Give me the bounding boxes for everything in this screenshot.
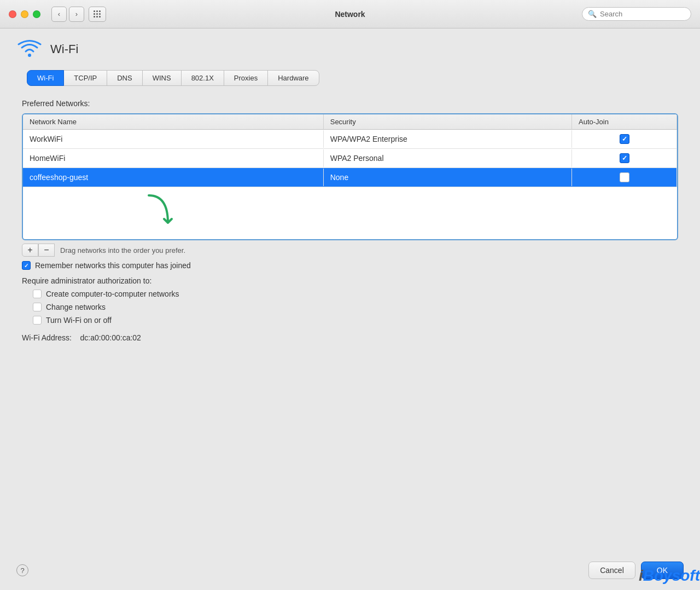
remember-networks-row: Remember networks this computer has join… xyxy=(22,261,678,270)
back-button[interactable]: ‹ xyxy=(51,7,67,22)
watermark: iBoysoft xyxy=(639,567,700,585)
watermark-prefix: i xyxy=(639,567,643,584)
grid-view-button[interactable] xyxy=(89,7,106,22)
network-name-cell: coffeeshop-guest xyxy=(23,169,324,186)
drag-hint: Drag networks into the order you prefer. xyxy=(60,246,185,254)
wifi-address-label: Wi-Fi Address: xyxy=(22,333,72,342)
network-name-cell: HomeWiFi xyxy=(23,149,324,167)
search-icon: 🔍 xyxy=(588,10,597,18)
svg-point-0 xyxy=(28,54,31,57)
col-header-autojoin: Auto-Join xyxy=(572,114,677,129)
security-cell: WPA/WPA2 Enterprise xyxy=(324,130,572,148)
table-row[interactable]: coffeeshop-guest None xyxy=(23,168,677,187)
tab-wins[interactable]: WINS xyxy=(142,70,182,86)
table-controls: + − Drag networks into the order you pre… xyxy=(22,244,678,257)
preferred-networks-label: Preferred Networks: xyxy=(22,99,684,108)
remember-networks-label: Remember networks this computer has join… xyxy=(35,261,191,270)
tab-wifi[interactable]: Wi-Fi xyxy=(27,70,64,86)
autojoin-checkbox-checked[interactable] xyxy=(620,134,629,144)
table-body: WorkWiFi WPA/WPA2 Enterprise HomeWiFi WP… xyxy=(23,130,677,239)
remember-networks-checkbox[interactable] xyxy=(22,261,31,270)
create-network-label: Create computer-to-computer networks xyxy=(46,290,179,298)
window-title: Network xyxy=(335,10,365,19)
cancel-button[interactable]: Cancel xyxy=(588,562,635,579)
turn-wifi-checkbox[interactable] xyxy=(33,316,42,325)
admin-option-row: Turn Wi-Fi on or off xyxy=(33,316,678,325)
networks-table: Network Name Security Auto-Join WorkWiFi… xyxy=(22,113,678,240)
tab-bar: Wi-Fi TCP/IP DNS WINS 802.1X Proxies Har… xyxy=(27,70,684,86)
turn-wifi-label: Turn Wi-Fi on or off xyxy=(46,316,112,325)
change-networks-label: Change networks xyxy=(46,303,106,311)
change-networks-checkbox[interactable] xyxy=(33,303,42,311)
help-button[interactable]: ? xyxy=(16,564,28,576)
require-admin-label: Require administrator authorization to: xyxy=(22,276,678,285)
bottom-bar: ? Cancel OK xyxy=(0,562,700,579)
security-cell: WPA2 Personal xyxy=(324,149,572,167)
drag-arrow xyxy=(143,193,176,231)
admin-option-row: Create computer-to-computer networks xyxy=(33,290,678,298)
tab-8021x[interactable]: 802.1X xyxy=(181,70,224,86)
autojoin-cell xyxy=(572,130,677,148)
wifi-title: Wi-Fi xyxy=(50,42,78,56)
tab-tcpip[interactable]: TCP/IP xyxy=(63,70,107,86)
titlebar: ‹ › Network 🔍 xyxy=(0,0,700,28)
fullscreen-button[interactable] xyxy=(33,10,40,18)
autojoin-cell xyxy=(572,168,677,187)
table-row[interactable]: HomeWiFi WPA2 Personal xyxy=(23,149,677,168)
search-input[interactable] xyxy=(600,10,685,18)
add-network-button[interactable]: + xyxy=(22,244,38,257)
wifi-address-value: dc:a0:00:00:ca:02 xyxy=(80,333,141,342)
grid-icon xyxy=(94,10,101,18)
traffic-lights xyxy=(9,10,40,18)
watermark-suffix: Boysoft xyxy=(643,567,700,584)
autojoin-checkbox-empty[interactable] xyxy=(620,172,629,182)
remove-network-button[interactable]: − xyxy=(38,244,55,257)
table-row[interactable]: WorkWiFi WPA/WPA2 Enterprise xyxy=(23,130,677,149)
table-header: Network Name Security Auto-Join xyxy=(23,114,677,130)
security-cell: None xyxy=(324,169,572,186)
wifi-icon xyxy=(16,39,43,59)
minimize-button[interactable] xyxy=(21,10,28,18)
wifi-header: Wi-Fi xyxy=(16,39,684,59)
main-content: Wi-Fi Wi-Fi TCP/IP DNS WINS 802.1X Proxi… xyxy=(0,28,700,590)
network-name-cell: WorkWiFi xyxy=(23,130,324,148)
search-box: 🔍 xyxy=(582,7,691,21)
tab-dns[interactable]: DNS xyxy=(107,70,142,86)
wifi-address-row: Wi-Fi Address: dc:a0:00:00:ca:02 xyxy=(22,333,678,342)
tab-proxies[interactable]: Proxies xyxy=(224,70,268,86)
nav-buttons: ‹ › xyxy=(51,7,84,22)
close-button[interactable] xyxy=(9,10,16,18)
create-network-checkbox[interactable] xyxy=(33,290,42,298)
empty-area xyxy=(23,187,677,236)
col-header-name: Network Name xyxy=(23,114,324,129)
autojoin-checkbox-checked[interactable] xyxy=(620,153,629,163)
admin-option-row: Change networks xyxy=(33,303,678,311)
col-header-security: Security xyxy=(324,114,572,129)
autojoin-cell xyxy=(572,149,677,167)
forward-button[interactable]: › xyxy=(69,7,84,22)
tab-hardware[interactable]: Hardware xyxy=(267,70,319,86)
